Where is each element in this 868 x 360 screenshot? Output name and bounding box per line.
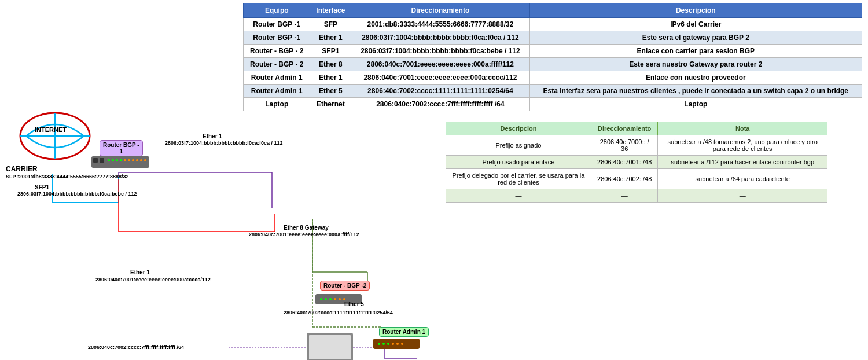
svg-point-37 bbox=[334, 298, 336, 300]
ether1-bgp1-label: Ether 1 bbox=[203, 133, 222, 139]
carrier-label: CARRIER bbox=[6, 165, 38, 173]
svg-point-44 bbox=[392, 343, 394, 345]
svg-point-32 bbox=[144, 159, 146, 161]
svg-point-45 bbox=[396, 343, 399, 345]
svg-point-35 bbox=[325, 298, 327, 300]
main-cell-interface: Ether 8 bbox=[310, 58, 351, 71]
svg-point-39 bbox=[343, 298, 345, 300]
second-cell-descripcion: Prefijo usado para enlace bbox=[446, 156, 591, 169]
svg-point-29 bbox=[132, 159, 134, 161]
svg-rect-21 bbox=[93, 158, 98, 163]
col2-descripcion: Descripcion bbox=[446, 122, 591, 135]
second-cell-direccionamiento: 2806:40c:7002::/48 bbox=[591, 169, 658, 189]
main-cell-descripcion: Enlace con nuestro proveedor bbox=[529, 71, 862, 85]
svg-point-42 bbox=[382, 343, 385, 345]
svg-point-43 bbox=[387, 343, 389, 345]
router-bgp2-label: Router - BGP -2 bbox=[320, 281, 370, 291]
main-cell-interface: SFP bbox=[310, 18, 351, 31]
col-equipo: Equipo bbox=[244, 3, 310, 18]
svg-rect-48 bbox=[309, 335, 351, 359]
main-cell-equipo: Router BGP -1 bbox=[244, 31, 310, 45]
second-cell-nota: subnetear a /48 tomaremos 2, uno para en… bbox=[658, 135, 827, 156]
second-cell-descripcion: Prefijo delegado por el carrier, se usar… bbox=[446, 169, 591, 189]
second-table: Descripcion Direccionamiento Nota Prefij… bbox=[446, 122, 827, 203]
svg-point-25 bbox=[116, 159, 118, 161]
second-cell-descripcion: — bbox=[446, 189, 591, 203]
sfp1-label: SFP1 bbox=[35, 184, 49, 190]
second-cell-direccionamiento: — bbox=[591, 189, 658, 203]
col-direccionamiento: Direccionamiento bbox=[351, 3, 529, 18]
ether1-admin1-label: Ether 1 bbox=[130, 269, 150, 275]
col2-nota: Nota bbox=[658, 122, 827, 135]
ether1-admin1-addr: 2806:040c:7001:eeee:eeee:eeee:000a:cccc/… bbox=[95, 277, 211, 282]
col-descripcion: Descripcion bbox=[529, 3, 862, 18]
ether1-bgp1-addr: 2806:03f7:1004:bbbb:bbbb:bbbb:f0ca:f0ca … bbox=[165, 140, 283, 146]
main-cell-descripcion: Este sera el gateway para BGP 2 bbox=[529, 31, 862, 45]
col-interface: Interface bbox=[310, 3, 351, 18]
main-cell-direccionamiento: 2806:040c:7001:eeee:eeee:eeee:000a:ffff/… bbox=[351, 58, 529, 71]
svg-point-46 bbox=[401, 343, 403, 345]
main-cell-interface: Ether 1 bbox=[310, 31, 351, 45]
ether5-label: Ether 5 bbox=[344, 301, 364, 307]
second-cell-direccionamiento: 2806:40c:7001::/48 bbox=[591, 156, 658, 169]
router-admin1-label: Router Admin 1 bbox=[379, 327, 429, 337]
router-admin1-device bbox=[373, 337, 420, 354]
ether8-addr: 2806:040c:7001:eeee:eeee:eeee:000a:ffff/… bbox=[249, 232, 359, 237]
main-cell-equipo: Router - BGP - 2 bbox=[244, 45, 310, 58]
second-cell-direccionamiento: 2806:40c:7000:: / 36 bbox=[591, 135, 658, 156]
main-cell-equipo: Router BGP -1 bbox=[244, 18, 310, 31]
main-cell-descripcion: IPv6 del Carrier bbox=[529, 18, 862, 31]
svg-rect-22 bbox=[100, 158, 104, 163]
network-diagram: INTERNET CARRIER SFP :2001:db8:3333:4444… bbox=[0, 75, 451, 359]
second-cell-nota: subnetear a /112 para hacer enlace con r… bbox=[658, 156, 827, 169]
main-cell-equipo: Router - BGP - 2 bbox=[244, 58, 310, 71]
internet-label: INTERNET bbox=[35, 126, 67, 133]
svg-point-26 bbox=[120, 159, 122, 161]
svg-point-23 bbox=[108, 159, 110, 161]
second-cell-nota: — bbox=[658, 189, 827, 203]
svg-point-34 bbox=[320, 298, 322, 300]
main-cell-descripcion: Esta interfaz sera para nuestros cliente… bbox=[529, 85, 862, 98]
second-cell-descripcion: Prefijo asignado bbox=[446, 135, 591, 156]
svg-point-24 bbox=[112, 159, 114, 161]
svg-point-31 bbox=[140, 159, 142, 161]
main-cell-direccionamiento: 2806:03f7:1004:bbbb:bbbb:bbbb:f0ca:bebe … bbox=[351, 45, 529, 58]
main-cell-direccionamiento: 2001:db8:3333:4444:5555:6666:7777:8888/3… bbox=[351, 18, 529, 31]
main-cell-descripcion: Laptop bbox=[529, 98, 862, 111]
main-cell-descripcion: Enlace con carrier para sesion BGP bbox=[529, 45, 862, 58]
svg-point-30 bbox=[136, 159, 138, 161]
laptop-device bbox=[301, 330, 359, 360]
svg-point-27 bbox=[124, 159, 126, 161]
ether5-addr: 2806:40c:7002:cccc:1111:1111:1111:0254/6… bbox=[284, 310, 393, 315]
main-cell-descripcion: Este sera nuestro Gateway para router 2 bbox=[529, 58, 862, 71]
svg-point-36 bbox=[329, 298, 332, 300]
svg-point-38 bbox=[339, 298, 341, 300]
router-bgp1-device bbox=[91, 153, 149, 173]
second-cell-nota: subnetear a /64 para cada cliente bbox=[658, 169, 827, 189]
svg-point-28 bbox=[128, 159, 130, 161]
ether8-label: Ether 8 Gateway bbox=[284, 225, 329, 231]
main-cell-direccionamiento: 2806:03f7:1004:bbbb:bbbb:bbbb:f0ca:f0ca … bbox=[351, 31, 529, 45]
col2-direccionamiento: Direccionamiento bbox=[591, 122, 658, 135]
laptop-addr: 2806:040c:7002:cccc:7fff:ffff:ffff:ffff … bbox=[88, 344, 184, 350]
main-cell-interface: SFP1 bbox=[310, 45, 351, 58]
svg-point-41 bbox=[378, 343, 380, 345]
sfp1-addr: 2806:03f7:1004:bbbb:bbbb:bbbb:f0ca:bebe … bbox=[17, 191, 137, 197]
carrier-addr: SFP :2001:db8:3333:4444:5555:6666:7777:8… bbox=[6, 174, 128, 179]
internet-cloud: INTERNET bbox=[17, 110, 93, 164]
